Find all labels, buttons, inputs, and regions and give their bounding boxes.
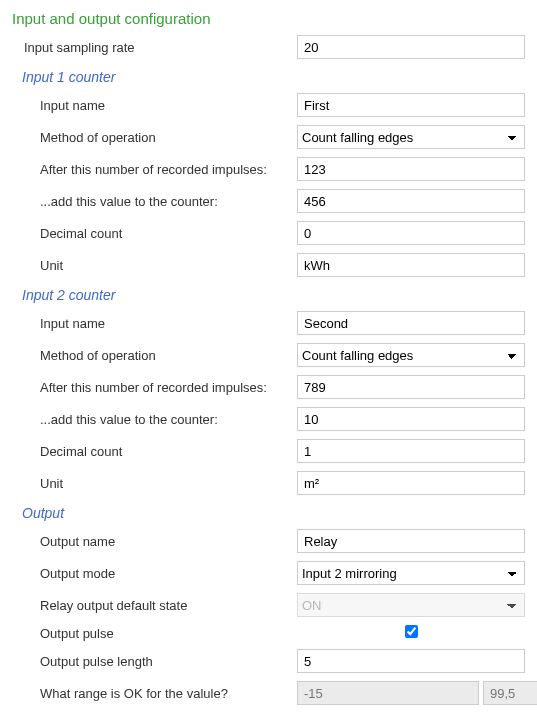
output-pulse-checkbox[interactable]: [405, 625, 418, 638]
input2-addvalue-input[interactable]: [297, 407, 525, 431]
output-mode-select[interactable]: Input 2 mirroring: [297, 561, 525, 585]
output-defaultstate-label: Relay output default state: [12, 598, 297, 613]
input1-method-select[interactable]: Count falling edges: [297, 125, 525, 149]
input1-impulses-label: After this number of recorded impulses:: [12, 162, 297, 177]
input2-unit-label: Unit: [12, 476, 297, 491]
input2-method-label: Method of operation: [12, 348, 297, 363]
input1-decimal-input[interactable]: [297, 221, 525, 245]
input1-addvalue-input[interactable]: [297, 189, 525, 213]
input2-name-label: Input name: [12, 316, 297, 331]
output-range-high-input: [483, 681, 537, 705]
input2-impulses-label: After this number of recorded impulses:: [12, 380, 297, 395]
input1-heading: Input 1 counter: [22, 69, 525, 85]
input1-addvalue-label: ...add this value to the counter:: [12, 194, 297, 209]
input1-name-label: Input name: [12, 98, 297, 113]
input1-method-label: Method of operation: [12, 130, 297, 145]
output-pulse-label: Output pulse: [12, 626, 297, 641]
input1-unit-label: Unit: [12, 258, 297, 273]
output-pulselength-input[interactable]: [297, 649, 525, 673]
input2-heading: Input 2 counter: [22, 287, 525, 303]
input1-impulses-input[interactable]: [297, 157, 525, 181]
sampling-rate-label: Input sampling rate: [12, 40, 297, 55]
input2-impulses-input[interactable]: [297, 375, 525, 399]
output-defaultstate-select: ON: [297, 593, 525, 617]
page-title: Input and output configuration: [12, 10, 525, 27]
output-mode-label: Output mode: [12, 566, 297, 581]
output-name-input[interactable]: [297, 529, 525, 553]
output-range-low-input: [297, 681, 479, 705]
output-range-label: What range is OK for the valule?: [12, 686, 297, 701]
input2-decimal-label: Decimal count: [12, 444, 297, 459]
input2-addvalue-label: ...add this value to the counter:: [12, 412, 297, 427]
input2-decimal-input[interactable]: [297, 439, 525, 463]
output-name-label: Output name: [12, 534, 297, 549]
input1-name-input[interactable]: [297, 93, 525, 117]
input1-decimal-label: Decimal count: [12, 226, 297, 241]
input2-method-select[interactable]: Count falling edges: [297, 343, 525, 367]
sampling-rate-input[interactable]: [297, 35, 525, 59]
output-heading: Output: [22, 505, 525, 521]
output-pulselength-label: Output pulse length: [12, 654, 297, 669]
input1-unit-input[interactable]: [297, 253, 525, 277]
input2-name-input[interactable]: [297, 311, 525, 335]
input2-unit-input[interactable]: [297, 471, 525, 495]
